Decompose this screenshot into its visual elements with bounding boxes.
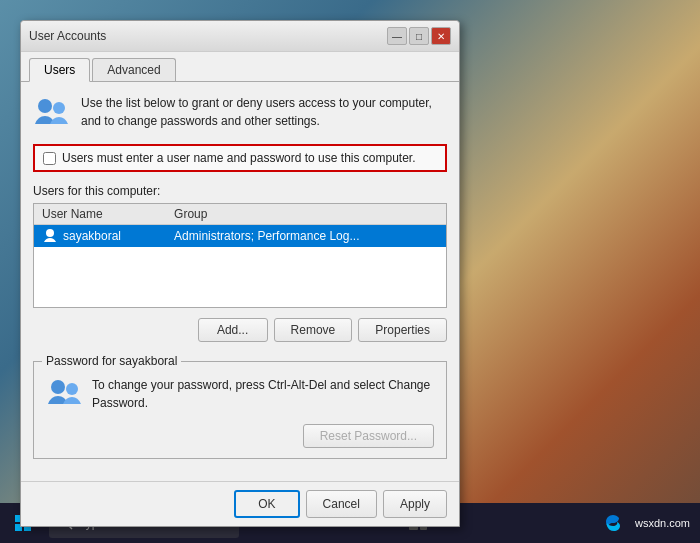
tab-users[interactable]: Users xyxy=(29,58,90,82)
svg-point-2 xyxy=(46,229,54,237)
dialog-titlebar: User Accounts — □ ✕ xyxy=(21,21,459,52)
users-table: User Name Group xyxy=(34,204,446,307)
users-section-title: Users for this computer: xyxy=(33,184,447,198)
col-username: User Name xyxy=(34,204,166,225)
user-accounts-dialog: User Accounts — □ ✕ Users Advanced xyxy=(20,20,460,527)
username-text: sayakboral xyxy=(63,229,121,243)
empty-row xyxy=(34,287,446,307)
group-cell: Administrators; Performance Log... xyxy=(166,225,446,248)
must-enter-password-checkbox[interactable] xyxy=(43,152,56,165)
tab-advanced[interactable]: Advanced xyxy=(92,58,175,81)
info-text: Use the list below to grant or deny user… xyxy=(81,94,447,130)
apply-button[interactable]: Apply xyxy=(383,490,447,518)
edge-browser-icon xyxy=(603,513,623,533)
password-user-icon xyxy=(46,376,82,412)
col-group: Group xyxy=(166,204,446,225)
checkbox-section: Users must enter a user name and passwor… xyxy=(33,144,447,172)
maximize-button[interactable]: □ xyxy=(409,27,429,45)
user-icon xyxy=(42,228,58,244)
password-text: To change your password, press Ctrl-Alt-… xyxy=(92,376,434,412)
ok-button[interactable]: OK xyxy=(234,490,299,518)
dialog-tabs: Users Advanced xyxy=(21,52,459,82)
users-icon xyxy=(33,94,71,132)
empty-row xyxy=(34,267,446,287)
svg-point-4 xyxy=(66,383,78,395)
empty-row xyxy=(34,247,446,267)
remove-button[interactable]: Remove xyxy=(274,318,353,342)
taskbar-tray: wsxdn.com xyxy=(597,507,700,539)
password-section: Password for sayakboral To change your p… xyxy=(33,354,447,459)
info-section: Use the list below to grant or deny user… xyxy=(33,94,447,132)
users-section: Users for this computer: User Name Group xyxy=(33,184,447,308)
table-row[interactable]: sayakboral Administrators; Performance L… xyxy=(34,225,446,248)
dialog-controls: — □ ✕ xyxy=(387,27,451,45)
svg-point-3 xyxy=(51,380,65,394)
close-button[interactable]: ✕ xyxy=(431,27,451,45)
add-button[interactable]: Add... xyxy=(198,318,268,342)
password-legend: Password for sayakboral xyxy=(42,354,181,368)
properties-button[interactable]: Properties xyxy=(358,318,447,342)
edge-icon[interactable] xyxy=(597,507,629,539)
minimize-button[interactable]: — xyxy=(387,27,407,45)
user-cell: sayakboral xyxy=(42,228,158,244)
dialog-overlay: User Accounts — □ ✕ Users Advanced xyxy=(20,20,460,527)
dialog-body: Use the list below to grant or deny user… xyxy=(21,82,459,481)
svg-point-0 xyxy=(38,99,52,113)
svg-point-1 xyxy=(53,102,65,114)
cancel-button[interactable]: Cancel xyxy=(306,490,377,518)
tray-text: wsxdn.com xyxy=(635,517,690,529)
users-table-container: User Name Group xyxy=(33,203,447,308)
dialog-title: User Accounts xyxy=(29,29,106,43)
dialog-footer: OK Cancel Apply xyxy=(21,481,459,526)
reset-password-button[interactable]: Reset Password... xyxy=(303,424,434,448)
user-name-cell: sayakboral xyxy=(34,225,166,248)
password-content: To change your password, press Ctrl-Alt-… xyxy=(34,368,446,424)
action-buttons: Add... Remove Properties xyxy=(33,318,447,342)
reset-btn-wrapper: Reset Password... xyxy=(34,424,446,458)
checkbox-label[interactable]: Users must enter a user name and passwor… xyxy=(62,151,416,165)
